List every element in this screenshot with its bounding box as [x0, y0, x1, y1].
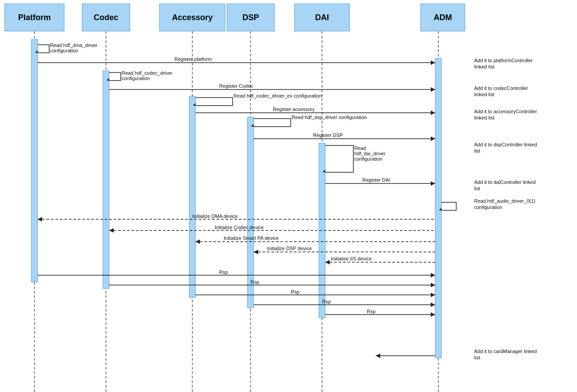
msg-init-dsp: Initialize DSP device	[267, 246, 312, 251]
svg-marker-35	[254, 250, 258, 254]
svg-marker-31	[109, 228, 114, 233]
msg-register-codec: Register Codec	[219, 83, 253, 89]
actor-codec: Codec	[82, 4, 130, 31]
svg-marker-41	[431, 283, 435, 287]
msg-rsp-4: Rsp	[322, 299, 331, 304]
svg-rect-6	[31, 39, 38, 282]
msg-register-dai: Register DAI	[362, 177, 390, 183]
msg-read-dsp: Read hdf_dsp_driver configuration	[292, 115, 367, 120]
actor-adm: ADM	[420, 4, 465, 31]
svg-marker-15	[106, 78, 109, 81]
actor-dsp: DSP	[227, 4, 275, 31]
note-card-manager: Add it to cardManager linkedlist	[474, 348, 537, 361]
note-codec-ctrl: Add it to codecControllerlinked list	[474, 85, 528, 98]
svg-rect-10	[319, 143, 325, 318]
actor-platform: Platform	[4, 4, 64, 31]
msg-register-dsp: Register DSP	[313, 132, 343, 138]
msg-rsp-1: Rsp	[219, 269, 228, 275]
msg-init-smartpa: Initialize Smart PA device	[224, 235, 279, 241]
svg-marker-18	[193, 103, 195, 106]
actor-dai: DAI	[294, 4, 350, 31]
svg-marker-37	[325, 260, 330, 264]
msg-rsp-2: Rsp	[250, 279, 259, 285]
svg-marker-17	[431, 87, 435, 92]
actor-accessory: Accessory	[159, 4, 225, 31]
msg-register-platform: Register platform	[174, 56, 212, 62]
svg-marker-47	[431, 312, 435, 317]
svg-marker-43	[431, 293, 435, 297]
note-audio-driver: Read hdf_audio_driver_0(1)configuration	[474, 198, 535, 211]
msg-read-dai: Readhdf_dai_driverconfiguration	[354, 145, 386, 162]
msg-init-dma: Initialize DMA device	[192, 213, 238, 219]
svg-marker-49	[376, 354, 380, 358]
msg-init-iis: Initialize IIS device	[331, 256, 372, 261]
svg-marker-14	[431, 60, 435, 65]
svg-marker-29	[38, 217, 42, 222]
svg-marker-39	[431, 273, 435, 277]
sequence-diagram: Platform Codec Accessory DSP DAI ADM Rea…	[0, 0, 577, 392]
svg-marker-20	[431, 111, 435, 115]
note-dsp-ctrl: Add it to dspController linkedlist	[474, 141, 537, 154]
svg-marker-27	[439, 208, 441, 210]
note-dai-ctrl: Add it to daiController linkedlist	[474, 179, 536, 192]
msg-rsp-3: Rsp	[291, 289, 300, 294]
msg-register-accessory: Register accessory	[273, 107, 315, 112]
svg-marker-33	[195, 239, 200, 244]
msg-read-dma: Read hdf_dma_driverconfiguration	[50, 43, 98, 53]
svg-marker-12	[35, 50, 38, 53]
note-accessory-ctrl: Add it to accessoryControllerlinked list	[474, 108, 537, 121]
msg-rsp-5: Rsp	[367, 309, 376, 314]
note-platform-ctrl: Add it to platformControllerlinked list	[474, 57, 533, 70]
msg-read-codec: Read hdf_codec_driverconfiguration	[122, 70, 173, 81]
msg-read-accessory: Read hdf_codec_driver_ex configuration	[233, 93, 322, 98]
svg-rect-11	[435, 58, 441, 358]
svg-marker-21	[251, 124, 254, 127]
svg-marker-26	[431, 181, 435, 186]
svg-rect-7	[103, 71, 109, 289]
svg-marker-45	[431, 303, 435, 307]
svg-rect-8	[189, 96, 195, 298]
svg-marker-23	[431, 136, 435, 141]
msg-init-codec: Initialize Codec device	[215, 225, 263, 230]
svg-marker-24	[322, 170, 325, 172]
